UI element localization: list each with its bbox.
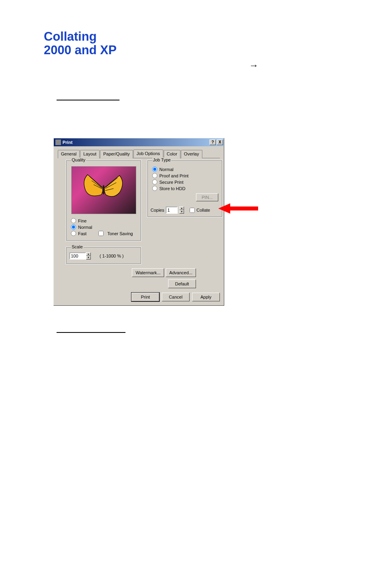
underline-1: [57, 100, 119, 100]
dialog-title: Print: [63, 140, 210, 145]
toner-saving-label: Toner Saving: [107, 231, 133, 236]
preview-image: [71, 166, 136, 214]
quality-normal-label: Normal: [78, 225, 92, 230]
apply-button[interactable]: Apply: [192, 293, 220, 301]
cancel-button[interactable]: Cancel: [162, 293, 190, 301]
butterfly-icon: [80, 171, 127, 206]
spinner-down-icon[interactable]: ▼: [86, 256, 91, 260]
svg-point-0: [102, 185, 105, 195]
tab-bar: General Layout Paper/Quality Job Options…: [58, 149, 220, 158]
printer-icon: [55, 140, 61, 145]
job-type-legend: Job Type: [152, 157, 171, 162]
close-button[interactable]: X: [217, 140, 223, 145]
job-type-fieldset: Job Type Normal Proof and Print Secure P…: [147, 157, 223, 217]
tab-overlay[interactable]: Overlay: [181, 150, 202, 158]
tab-color[interactable]: Color: [164, 150, 180, 158]
jobtype-store-label: Store to HDD: [159, 186, 185, 191]
jobtype-secure-label: Secure Print: [159, 180, 184, 185]
quality-legend: Quality: [71, 157, 86, 162]
toner-saving-checkbox[interactable]: [98, 231, 104, 236]
scale-fieldset: Scale ▲ ▼ ( 1-1000 % ): [66, 244, 141, 264]
watermark-button[interactable]: Watermark...: [132, 268, 164, 277]
collate-label: Collate: [196, 208, 210, 212]
tab-paper-quality[interactable]: Paper/Quality: [100, 150, 133, 158]
scale-spinner[interactable]: ▲ ▼: [86, 252, 91, 260]
quality-fast-label: Fast: [78, 231, 86, 236]
jobtype-normal-radio[interactable]: [152, 167, 157, 172]
copies-spinner[interactable]: ▲ ▼: [179, 206, 184, 214]
jobtype-proof-radio[interactable]: [152, 173, 157, 178]
dialog-footer: Print Cancel Apply: [131, 293, 220, 301]
collate-checkbox[interactable]: [190, 208, 195, 213]
jobtype-proof-label: Proof and Print: [159, 173, 188, 178]
spinner-up-icon[interactable]: ▲: [86, 252, 91, 256]
jobtype-normal-label: Normal: [159, 167, 173, 172]
spinner-up-icon[interactable]: ▲: [179, 206, 184, 210]
print-dialog: Print ? X General Layout Paper/Quality J…: [53, 138, 224, 306]
pin-button: PIN...: [196, 193, 218, 201]
callout-arrow-left-icon: [218, 203, 258, 214]
tab-general[interactable]: General: [58, 150, 80, 158]
print-button[interactable]: Print: [131, 293, 159, 301]
jobtype-secure-radio[interactable]: [152, 179, 157, 185]
advanced-button[interactable]: Advanced...: [166, 268, 196, 277]
scale-range-label: ( 1-1000 % ): [100, 254, 124, 258]
tab-layout[interactable]: Layout: [80, 150, 100, 158]
tab-job-options[interactable]: Job Options: [133, 149, 163, 158]
copies-label: Copies: [151, 208, 164, 212]
titlebar: Print ? X: [54, 138, 224, 146]
quality-fast-radio[interactable]: [71, 231, 76, 236]
page-title: Collating 2000 and XP: [44, 30, 117, 57]
title-line-2: 2000 and XP: [44, 43, 117, 57]
help-button[interactable]: ?: [210, 140, 216, 145]
quality-fieldset: Quality Fine Normal Fast: [66, 157, 141, 241]
jobtype-store-radio[interactable]: [152, 186, 157, 191]
quality-fine-label: Fine: [78, 218, 86, 223]
scale-input[interactable]: [69, 252, 86, 260]
spinner-down-icon[interactable]: ▼: [179, 210, 184, 214]
quality-fine-radio[interactable]: [71, 218, 76, 223]
title-line-1: Collating: [44, 29, 97, 43]
quality-normal-radio[interactable]: [71, 224, 76, 230]
default-button[interactable]: Default: [168, 279, 196, 288]
arrow-right-icon: →: [249, 60, 259, 71]
scale-legend: Scale: [71, 244, 84, 249]
copies-input[interactable]: [166, 206, 178, 214]
underline-2: [57, 332, 125, 333]
